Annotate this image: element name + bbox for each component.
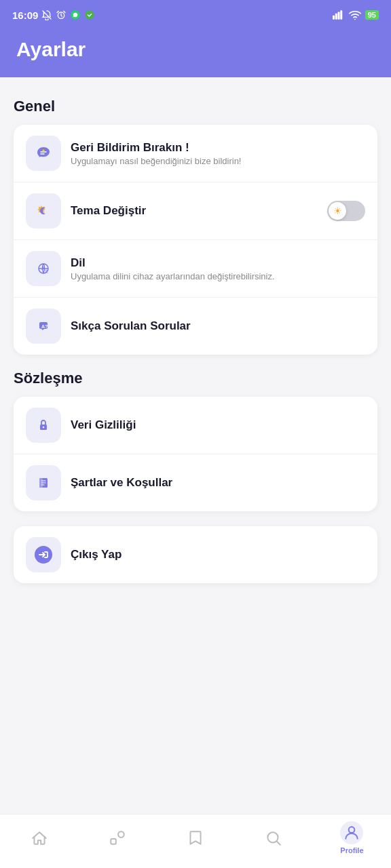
search-icon <box>265 829 282 847</box>
svg-rect-24 <box>111 839 116 844</box>
svg-point-27 <box>349 827 355 833</box>
faq-icon-wrap: A? <box>26 309 61 344</box>
status-right-icons: 95 <box>333 10 379 20</box>
feedback-icon <box>34 144 53 163</box>
nav-discover[interactable] <box>78 829 156 847</box>
theme-title: Tema Değiştir <box>71 204 318 218</box>
nav-home[interactable] <box>0 829 78 847</box>
language-subtitle: Uygulama dilini cihaz ayarlarından değiş… <box>71 271 365 281</box>
feedback-item[interactable]: Geri Bildirim Bırakın ! Uygulamayı nasıl… <box>14 125 377 182</box>
home-icon <box>31 829 48 847</box>
battery-indicator: 95 <box>365 10 379 20</box>
page-header: Ayarlar <box>0 30 391 77</box>
nav-search[interactable] <box>235 829 313 847</box>
svg-rect-3 <box>333 16 335 20</box>
language-icon: A 文 <box>34 259 53 278</box>
logout-icon-wrap <box>26 537 61 572</box>
sozlesme-card-group: Veri Gizliliği Şartlar ve Koşullar <box>14 397 377 511</box>
content-area: Genel Geri Bildirim Bırakın ! Uygulamayı… <box>0 77 391 666</box>
faq-item[interactable]: A? Sıkça Sorulan Sorular <box>14 298 377 355</box>
bottom-navigation: Profile <box>0 814 391 868</box>
nav-bookmark[interactable] <box>156 829 234 847</box>
theme-text: Tema Değiştir <box>71 204 318 218</box>
terms-icon <box>34 473 53 492</box>
faq-text: Sıkça Sorulan Sorular <box>71 319 365 333</box>
terms-title: Şartlar ve Koşullar <box>71 476 365 490</box>
logout-title: Çıkış Yap <box>71 548 365 561</box>
privacy-icon-wrap <box>26 408 61 443</box>
toggle-knob <box>329 202 346 220</box>
svg-point-26 <box>268 832 278 842</box>
faq-title: Sıkça Sorulan Sorular <box>71 319 365 333</box>
feedback-text: Geri Bildirim Bırakın ! Uygulamayı nasıl… <box>71 141 365 166</box>
svg-point-19 <box>43 427 44 428</box>
profile-nav-label: Profile <box>340 846 363 854</box>
theme-toggle-wrap <box>327 201 365 221</box>
svg-point-2 <box>86 10 94 19</box>
privacy-icon <box>34 416 53 435</box>
status-bar: 16:09 <box>0 0 391 30</box>
language-item[interactable]: A 文 Dil Uygulama dilini cihaz ayarlarınd… <box>14 240 377 298</box>
logout-icon <box>34 545 53 564</box>
feedback-icon-wrap <box>26 136 61 171</box>
privacy-title: Veri Gizliliği <box>71 418 365 432</box>
svg-text:文: 文 <box>44 269 48 273</box>
theme-icon-wrap <box>26 193 61 229</box>
svg-text:A?: A? <box>41 324 48 329</box>
theme-icon <box>34 201 53 220</box>
genel-card-group: Geri Bildirim Bırakın ! Uygulamayı nasıl… <box>14 125 377 355</box>
terms-text: Şartlar ve Koşullar <box>71 476 365 490</box>
theme-toggle[interactable] <box>327 201 365 221</box>
language-icon-wrap: A 文 <box>26 251 61 286</box>
svg-rect-5 <box>337 12 339 20</box>
whatsapp-icon <box>70 9 81 20</box>
mute-icon <box>41 9 52 20</box>
app-icon <box>84 9 95 20</box>
logout-card: Çıkış Yap <box>14 526 377 583</box>
bookmark-icon <box>187 829 204 847</box>
profile-icon <box>343 824 360 842</box>
svg-rect-4 <box>335 14 337 20</box>
alarm-icon <box>56 9 67 20</box>
logout-text: Çıkış Yap <box>71 548 365 561</box>
language-title: Dil <box>71 256 365 270</box>
status-time: 16:09 <box>12 9 38 21</box>
page-title: Ayarlar <box>16 38 375 61</box>
faq-icon: A? <box>34 317 53 336</box>
svg-point-25 <box>118 831 124 837</box>
svg-point-7 <box>354 19 356 20</box>
section-title-genel: Genel <box>14 98 377 115</box>
svg-rect-6 <box>340 10 342 20</box>
feedback-title: Geri Bildirim Bırakın ! <box>71 141 365 155</box>
terms-icon-wrap <box>26 465 61 500</box>
language-text: Dil Uygulama dilini cihaz ayarlarından d… <box>71 256 365 281</box>
feedback-subtitle: Uygulamayı nasıl beğendiğinizi bize bild… <box>71 156 365 166</box>
theme-item[interactable]: Tema Değiştir <box>14 182 377 240</box>
logout-item[interactable]: Çıkış Yap <box>14 526 377 583</box>
privacy-text: Veri Gizliliği <box>71 418 365 432</box>
signal-icon <box>333 10 345 20</box>
discover-icon <box>109 829 126 847</box>
profile-avatar <box>340 821 363 844</box>
privacy-item[interactable]: Veri Gizliliği <box>14 397 377 454</box>
terms-item[interactable]: Şartlar ve Koşullar <box>14 454 377 511</box>
section-title-sozlesme: Sözleşme <box>14 370 377 387</box>
nav-profile[interactable]: Profile <box>313 821 391 854</box>
wifi-icon <box>349 10 361 20</box>
